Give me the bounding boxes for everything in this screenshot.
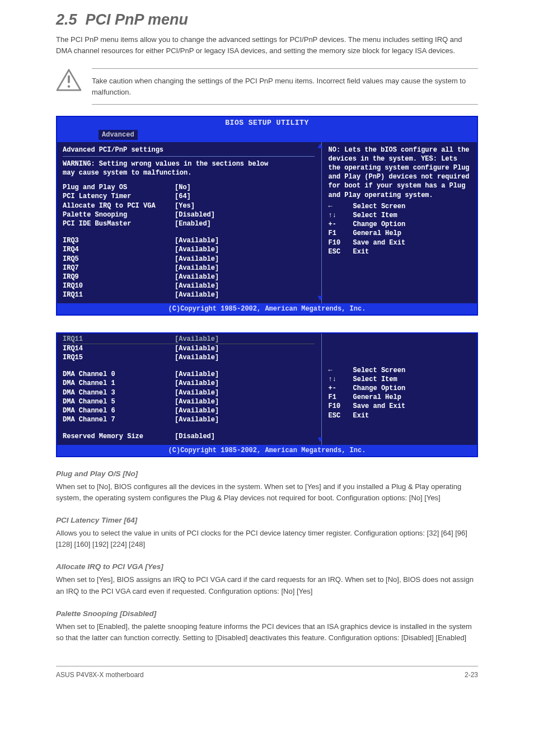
setting-row[interactable]: IRQ11[Available] <box>63 335 315 344</box>
setting-row[interactable]: PCI IDE BusMaster[Enabled] <box>63 219 315 228</box>
section-number: 2.5 <box>56 11 77 28</box>
settings-group: Plug and Play OS[No] PCI Latency Timer[6… <box>63 183 315 228</box>
bios-title: BIOS SETUP UTILITY <box>57 117 477 129</box>
setting-row[interactable]: IRQ3[Available] <box>63 236 315 245</box>
setting-row[interactable]: DMA Channel 7[Available] <box>63 415 315 424</box>
scroll-up-icon[interactable]: ▲ <box>318 143 325 150</box>
setting-row[interactable]: IRQ9[Available] <box>63 273 315 281</box>
bios-left-pane: ▲ ▼ Advanced PCI/PnP settings WARNING: S… <box>57 142 322 303</box>
bios-screenshot-2: ▼ IRQ11[Available] IRQ14[Available] IRQ1… <box>56 332 478 457</box>
setting-row[interactable]: IRQ14[Available] <box>63 344 315 353</box>
setting-row[interactable]: DMA Channel 6[Available] <box>63 406 315 415</box>
setting-row[interactable]: IRQ7[Available] <box>63 264 315 273</box>
setting-row[interactable]: Plug and Play OS[No] <box>63 183 315 192</box>
bios-tabbar: Advanced <box>57 129 477 142</box>
setting-row[interactable]: PCI Latency Timer[64] <box>63 192 315 201</box>
scroll-down-icon[interactable]: ▼ <box>318 437 325 444</box>
setting-row[interactable]: DMA Channel 3[Available] <box>63 388 315 397</box>
setting-row[interactable]: IRQ10[Available] <box>63 281 315 290</box>
svg-point-2 <box>68 85 71 88</box>
bios-left-pane: ▼ IRQ11[Available] IRQ14[Available] IRQ1… <box>57 334 322 445</box>
setting-row[interactable]: IRQ15[Available] <box>63 353 315 362</box>
setting-row[interactable]: Reserved Memory Size[Disabled] <box>63 432 315 441</box>
legend: ←Select Screen ↑↓Select Item +-Change Op… <box>329 202 472 256</box>
svg-rect-1 <box>68 75 70 83</box>
bios-copyright: (C)Copyright 1985-2002, American Megatre… <box>57 445 477 456</box>
setting-row[interactable]: DMA Channel 5[Available] <box>63 397 315 406</box>
section-title: PCI PnP menu <box>86 11 189 28</box>
setting-row[interactable]: IRQ11[Available] <box>63 290 315 299</box>
setting-row[interactable]: Palette Snooping[Disabled] <box>63 210 315 219</box>
setting-row[interactable]: DMA Channel 0[Available] <box>63 370 315 379</box>
subtext-allocate: When set to [Yes], BIOS assigns an IRQ t… <box>56 574 478 597</box>
subtext-palette: When set to [Enabled], the palette snoop… <box>56 621 478 644</box>
section-intro: The PCI PnP menu items allow you to chan… <box>56 34 478 56</box>
subhead-latency: PCI Latency Timer [64] <box>56 516 478 524</box>
legend: ←Select Screen ↑↓Select Item +-Change Op… <box>329 366 472 420</box>
caution-block: Take caution when changing the settings … <box>56 68 478 105</box>
setting-row[interactable]: IRQ5[Available] <box>63 255 315 264</box>
bios-screenshot-1: BIOS SETUP UTILITY Advanced ▲ ▼ Advanced… <box>56 116 478 316</box>
footer-right: 2-23 <box>465 671 478 679</box>
scroll-down-icon[interactable]: ▼ <box>318 295 325 302</box>
section-heading: 2.5 PCI PnP menu <box>56 11 478 29</box>
subhead-pnp: Plug and Play O/S [No] <box>56 469 478 478</box>
bios-warning: WARNING: Setting wrong values in the sec… <box>63 159 315 177</box>
bios-copyright: (C)Copyright 1985-2002, American Megatre… <box>57 303 477 314</box>
page-footer: ASUS P4V8X-X motherboard 2-23 <box>56 666 478 679</box>
tab-advanced[interactable]: Advanced <box>99 130 138 140</box>
subtext-pnp: When set to [No], BIOS configures all th… <box>56 481 478 504</box>
irq-group: IRQ3[Available] IRQ4[Available] IRQ5[Ava… <box>63 236 315 299</box>
setting-row[interactable]: IRQ4[Available] <box>63 245 315 254</box>
caution-text: Take caution when changing the settings … <box>92 76 478 97</box>
setting-row[interactable]: DMA Channel 1[Available] <box>63 379 315 388</box>
bios-right-pane: ←Select Screen ↑↓Select Item +-Change Op… <box>322 334 477 445</box>
subtext-latency: Allows you to select the value in units … <box>56 528 478 550</box>
panel-title: Advanced PCI/PnP settings <box>63 145 315 157</box>
footer-left: ASUS P4V8X-X motherboard <box>56 671 465 679</box>
bios-right-pane: NO: Lets the bIOS configure all the devi… <box>322 142 477 303</box>
help-text: NO: Lets the bIOS configure all the devi… <box>329 145 472 200</box>
warning-icon <box>56 68 82 92</box>
subhead-palette: Palette Snooping [Disabled] <box>56 609 478 618</box>
subhead-allocate: Allocate IRQ to PCI VGA [Yes] <box>56 562 478 571</box>
setting-row[interactable]: Allocate IRQ to PCI VGA[Yes] <box>63 201 315 210</box>
